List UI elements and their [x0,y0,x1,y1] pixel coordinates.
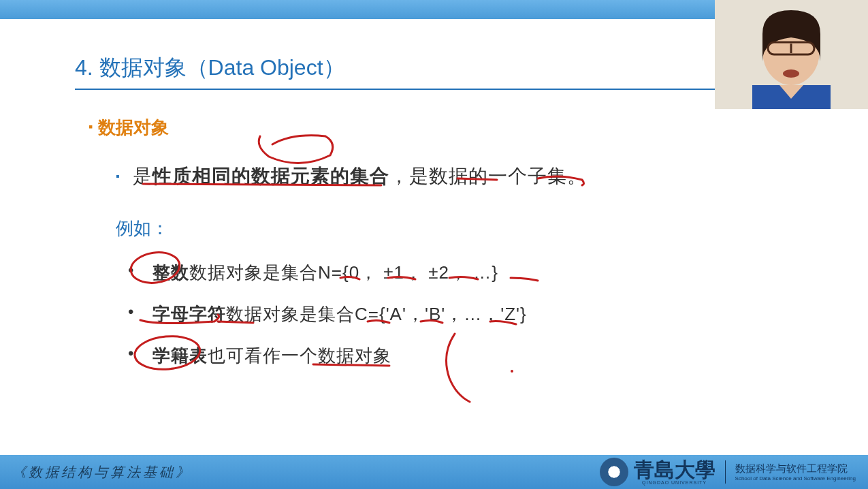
school-name-cn: 数据科学与软件工程学院 [735,462,856,475]
definition-line: 是性质相同的数据元素的集合，是数据的一个子集。 [116,163,800,189]
example-bold: 字母字符 [152,304,226,324]
list-item: 整数数据对象是集合N={0， ±1， ±2， …} [128,261,800,285]
def-suffix: ，是数据的一个子集。 [389,165,587,187]
example-rest: 数据对象是集合N={0， ±1， ±2， …} [189,262,498,283]
list-item: 字母字符数据对象是集合C={'A'，'B'，…，'Z'} [128,302,800,326]
slide-title: 4. 数据对象（Data Object） [75,53,728,90]
svg-point-4 [783,69,799,78]
footer: 《数据结构与算法基础》 1909 青島大學 QINGDAO UNIVERSITY… [0,455,868,489]
course-title: 《数据结构与算法基础》 [12,463,192,482]
example-list: 整数数据对象是集合N={0， ±1， ±2， …} 字母字符数据对象是集合C={… [128,261,800,368]
example-rest: 数据对象是集合C={'A'，'B'，…，'Z'} [226,304,527,324]
example-bold: 整数 [152,262,189,283]
list-item: 学籍表也可看作一个数据对象 [128,344,800,368]
section-header: 数据对象 [89,116,800,140]
presenter-video [715,0,868,109]
university-logo: 1909 青島大學 QINGDAO UNIVERSITY [600,458,716,486]
def-bold: 性质相同的数据元素的集合 [152,165,389,187]
divider [725,460,726,484]
university-name-en: QINGDAO UNIVERSITY [634,480,716,485]
example-bold: 学籍表 [152,345,208,366]
school-name-en: School of Data Science and Software Engi… [735,475,856,482]
footer-right: 1909 青島大學 QINGDAO UNIVERSITY 数据科学与软件工程学院… [600,458,856,486]
university-name-cn: 青島大學 [634,460,716,480]
logo-seal-icon: 1909 [600,458,628,486]
example-label: 例如： [116,217,800,240]
example-rest: 也可看作一个数据对象 [208,345,391,366]
school-block: 数据科学与软件工程学院 School of Data Science and S… [735,462,856,482]
def-prefix: 是 [133,165,152,187]
